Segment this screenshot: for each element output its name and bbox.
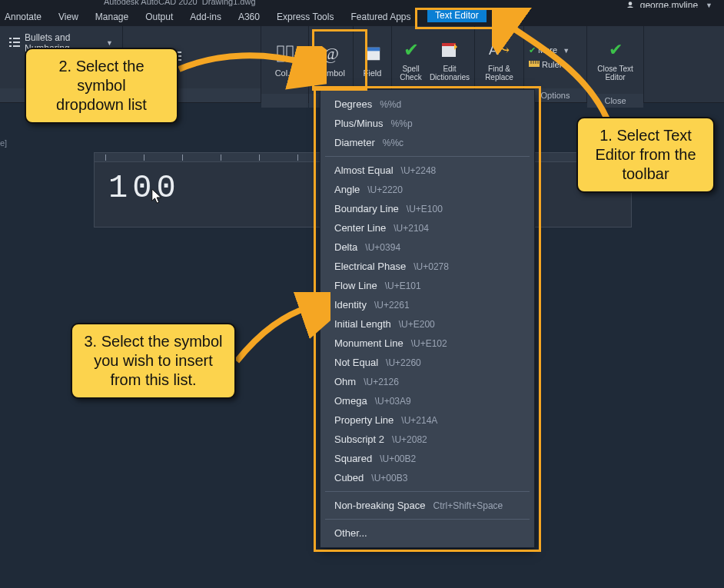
menu-manage[interactable]: Manage xyxy=(95,12,128,22)
columns-button[interactable]: Col... xyxy=(266,29,304,91)
dict-button[interactable]: Edit Dictionaries xyxy=(430,29,470,91)
svg-rect-3 xyxy=(9,42,12,43)
svg-rect-4 xyxy=(13,42,20,43)
menu-view[interactable]: View xyxy=(58,12,78,22)
symbol-menu-item[interactable]: Cubed\U+00B3 xyxy=(320,468,534,487)
svg-rect-21 xyxy=(442,43,456,46)
more-button[interactable]: ✔ More ▼ xyxy=(529,45,570,55)
find-icon: A⤳ xyxy=(488,38,511,61)
symbol-menu-item[interactable]: Plus/Minus%%p xyxy=(320,114,534,133)
at-icon: @ xyxy=(320,42,343,65)
menu-separator xyxy=(325,156,530,157)
symbol-menu-item[interactable]: Squared\U+00B2 xyxy=(320,449,534,468)
callout-2: 2. Select the symbol dropdown list xyxy=(25,48,178,124)
svg-rect-5 xyxy=(9,45,12,47)
symbol-menu-other[interactable]: Other... xyxy=(320,523,534,543)
callout-1: 1. Select Text Editor from the toolbar xyxy=(576,117,715,193)
symbol-dropdown: Degrees%%dPlus/Minus%%pDiameter%%cAlmost… xyxy=(320,89,535,548)
side-label: e] xyxy=(0,138,7,148)
symbol-menu-item[interactable]: Electrical Phase\U+0278 xyxy=(320,257,534,276)
field-icon xyxy=(361,42,384,65)
symbol-menu-item[interactable]: Property Line\U+214A xyxy=(320,410,534,430)
book-icon xyxy=(438,38,461,61)
symbol-menu-item[interactable]: Angle\U+2220 xyxy=(320,180,534,199)
symbol-button[interactable]: @ Symbol xyxy=(314,29,348,91)
menu-addins[interactable]: Add-ins xyxy=(190,12,221,22)
arrow-3 xyxy=(231,292,330,369)
app-title: Autodesk AutoCAD 2020 Drawing1.dwg xyxy=(104,0,256,6)
columns-icon xyxy=(274,42,297,65)
menu-featured[interactable]: Featured Apps xyxy=(350,12,410,22)
symbol-menu-item[interactable]: Boundary Line\U+E100 xyxy=(320,199,534,218)
svg-rect-17 xyxy=(287,46,293,61)
field-button[interactable]: Field xyxy=(358,29,387,91)
tab-text-editor[interactable]: Text Editor xyxy=(427,8,487,22)
ribbon-group-cols: Col... xyxy=(261,26,309,102)
ruler-toggle[interactable]: Ruler xyxy=(529,60,562,69)
mouse-cursor-icon xyxy=(151,188,164,205)
symbol-menu-item[interactable]: Subscript 2\U+2082 xyxy=(320,430,534,449)
menu-express[interactable]: Express Tools xyxy=(277,12,334,22)
symbol-menu-item[interactable]: Center Line\U+2104 xyxy=(320,218,534,238)
symbol-menu-item[interactable]: Monument Line\U+E102 xyxy=(320,334,534,353)
menu-annotate[interactable]: Annotate xyxy=(5,12,42,22)
svg-rect-19 xyxy=(365,48,379,51)
svg-point-0 xyxy=(628,2,632,5)
menu-a360[interactable]: A360 xyxy=(238,12,260,22)
symbol-menu-item[interactable]: Non-breaking SpaceCtrl+Shift+Space xyxy=(320,496,534,515)
svg-rect-1 xyxy=(9,38,12,39)
chevron-down-icon: ▼ xyxy=(106,39,113,47)
symbol-menu-item[interactable]: Diameter%%c xyxy=(320,133,534,152)
ribbon-group-close: ✔ Close Text Editor Close xyxy=(587,26,644,102)
menu-separator xyxy=(325,519,530,520)
svg-rect-2 xyxy=(13,38,20,39)
menubar: Annotate View Manage Output Add-ins A360… xyxy=(0,8,724,26)
panel-close-label: Close xyxy=(587,94,643,108)
symbol-menu-item[interactable]: Degrees%%d xyxy=(320,95,534,114)
close-editor-button[interactable]: ✔ Close Text Editor xyxy=(592,29,639,91)
spell-button[interactable]: ✔ Spell Check xyxy=(397,29,425,91)
bullets-icon xyxy=(9,37,20,50)
menu-output[interactable]: Output xyxy=(145,12,173,22)
callout-3: 3. Select the symbol you wish to insert … xyxy=(71,323,236,399)
check-icon: ✔ xyxy=(400,38,423,61)
symbol-menu-item[interactable]: Flow Line\U+E101 xyxy=(320,276,534,295)
titlebar: Autodesk AutoCAD 2020 Drawing1.dwg xyxy=(0,0,724,8)
check-icon: ✔ xyxy=(604,38,627,61)
symbol-menu-item[interactable]: Ohm\U+2126 xyxy=(320,372,534,391)
symbol-menu-item[interactable]: Initial Length\U+E200 xyxy=(320,314,534,334)
symbol-menu-item[interactable]: Delta\U+0394 xyxy=(320,238,534,257)
ruler-icon xyxy=(529,60,540,69)
symbol-menu-item[interactable]: Omega\U+03A9 xyxy=(320,391,534,410)
svg-rect-6 xyxy=(13,45,20,47)
symbol-menu-item[interactable]: Identity\U+2261 xyxy=(320,295,534,314)
symbol-menu-item[interactable]: Not Equal\U+2260 xyxy=(320,353,534,372)
svg-rect-16 xyxy=(277,46,284,61)
check-icon: ✔ xyxy=(529,45,536,55)
symbol-menu-item[interactable]: Almost Equal\U+2248 xyxy=(320,161,534,180)
menu-separator xyxy=(325,491,530,492)
find-button[interactable]: A⤳ Find & Replace xyxy=(480,29,519,91)
